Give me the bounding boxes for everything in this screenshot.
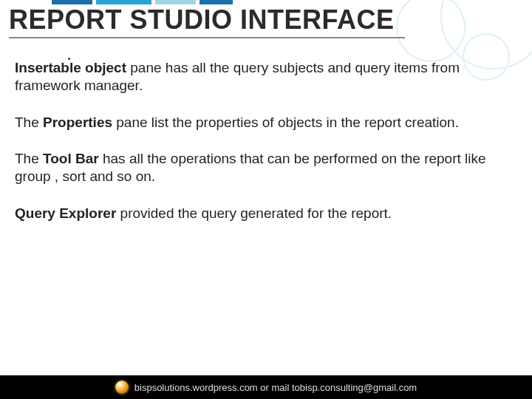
paragraph-properties: The Properties pane list the properties …	[15, 114, 510, 132]
footer-orb-icon	[115, 381, 129, 394]
footer-bar: bispsolutions.wordpress.com or mail to b…	[0, 375, 532, 399]
slide: REPORT STUDIO INTERFACE Insertable objec…	[0, 0, 532, 399]
bold-term: Query Explorer	[15, 205, 116, 221]
para-tail: provided the query generated for the rep…	[116, 205, 392, 221]
para-lead: The	[15, 151, 43, 166]
bold-term: Insertable object	[15, 60, 126, 75]
para-lead: The	[15, 115, 43, 130]
paragraph-insertable-object: Insertable object pane has all the query…	[15, 59, 510, 95]
body-text: Insertable object pane has all the query…	[15, 59, 510, 242]
para-tail: pane list the properties of objects in t…	[112, 115, 459, 130]
footer-email-link[interactable]: bisp.consulting@gmail.com	[300, 382, 417, 393]
page-title: REPORT STUDIO INTERFACE	[9, 4, 405, 38]
bold-term: Tool Bar	[43, 151, 99, 166]
bold-term: Properties	[43, 115, 112, 130]
footer-text: bispsolutions.wordpress.com or mail to	[134, 382, 300, 393]
paragraph-query-explorer: Query Explorer provided the query genera…	[15, 205, 510, 222]
paragraph-toolbar: The Tool Bar has all the operations that…	[15, 150, 510, 185]
